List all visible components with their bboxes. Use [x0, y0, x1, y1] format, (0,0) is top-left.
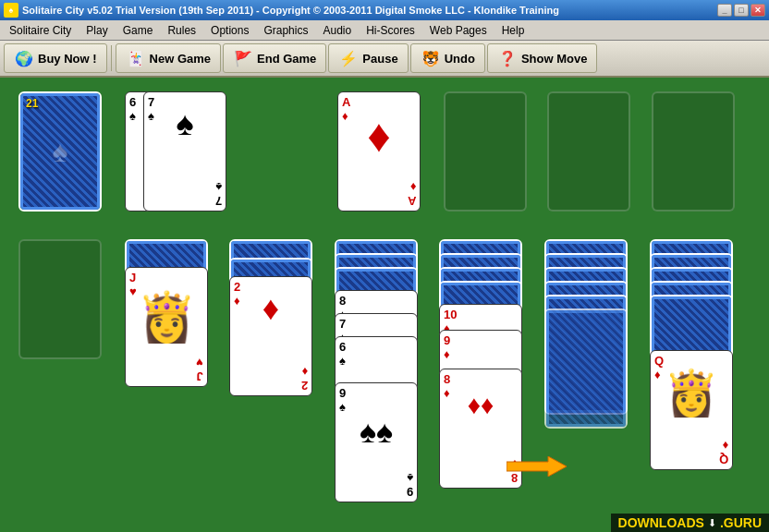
end-game-label: End Game — [257, 52, 316, 66]
title-bar: ♠ Solitaire City v5.02 Trial Version (19… — [0, 0, 769, 20]
buy-now-button[interactable]: 🌍 Buy Now ! — [4, 43, 107, 73]
undo-label: Undo — [445, 52, 475, 66]
menu-game[interactable]: Game — [116, 20, 161, 40]
foundation-4[interactable] — [652, 91, 735, 212]
watermark: DOWNLOADS ⬇ .GURU — [611, 514, 769, 532]
menu-hi-scores[interactable]: Hi-Scores — [359, 20, 422, 40]
menu-help[interactable]: Help — [494, 20, 532, 40]
foundation-3[interactable] — [547, 91, 630, 212]
title-text: Solitaire City v5.02 Trial Version (19th… — [22, 5, 717, 16]
tableau-col-1[interactable] — [18, 239, 102, 359]
watermark-download-icon: ⬇ — [708, 517, 716, 529]
minimize-button[interactable]: _ — [717, 4, 732, 17]
menu-rules[interactable]: Rules — [160, 20, 203, 40]
game-area[interactable]: ♠ 21 6♠ ♠ 6♠ 7♠ ♠ 7♠ A♦ ♦ A♦ — [0, 78, 769, 532]
show-move-label: Show Move — [521, 52, 588, 66]
undo-icon: 🐯 — [421, 48, 441, 68]
watermark-text: DOWNLOADS — [618, 515, 704, 530]
end-game-button[interactable]: 🚩 End Game — [223, 43, 326, 73]
new-game-icon: 🃏 — [126, 48, 146, 68]
stock-pile[interactable]: ♠ 21 — [18, 91, 102, 212]
stock-count: 21 — [26, 97, 38, 110]
window-controls[interactable]: _ □ ✕ — [717, 4, 765, 17]
app-icon: ♠ — [4, 3, 18, 18]
waste-card-7s[interactable]: 7♠ ♠ 7♠ — [143, 91, 226, 212]
show-move-button[interactable]: ❓ Show Move — [487, 43, 598, 73]
menu-play[interactable]: Play — [79, 20, 115, 40]
foundation-2[interactable] — [444, 91, 527, 212]
buy-now-icon: 🌍 — [14, 48, 34, 68]
menu-graphics[interactable]: Graphics — [256, 20, 315, 40]
hint-arrow — [507, 456, 567, 480]
end-game-icon: 🚩 — [233, 48, 253, 68]
pause-label: Pause — [362, 52, 397, 66]
toolbar: 🌍 Buy Now ! 🃏 New Game 🚩 End Game ⚡ Paus… — [0, 41, 769, 78]
menu-options[interactable]: Options — [203, 20, 256, 40]
menu-bar: Solitaire City Play Game Rules Options G… — [0, 20, 769, 41]
menu-solitaire-city[interactable]: Solitaire City — [2, 20, 79, 40]
show-move-icon: ❓ — [497, 48, 518, 68]
close-button[interactable]: ✕ — [751, 4, 765, 17]
watermark-suffix: .GURU — [720, 515, 762, 530]
undo-button[interactable]: 🐯 Undo — [410, 43, 485, 73]
pause-icon: ⚡ — [338, 48, 359, 68]
foundation-1[interactable]: A♦ ♦ A♦ — [337, 91, 421, 212]
new-game-button[interactable]: 🃏 New Game — [116, 43, 221, 73]
new-game-label: New Game — [150, 52, 211, 66]
separator-1 — [111, 45, 112, 71]
menu-audio[interactable]: Audio — [315, 20, 359, 40]
pause-button[interactable]: ⚡ Pause — [328, 43, 408, 73]
menu-web-pages[interactable]: Web Pages — [422, 20, 494, 40]
buy-now-label: Buy Now ! — [38, 52, 97, 66]
maximize-button[interactable]: □ — [734, 4, 749, 17]
svg-marker-0 — [507, 456, 567, 477]
